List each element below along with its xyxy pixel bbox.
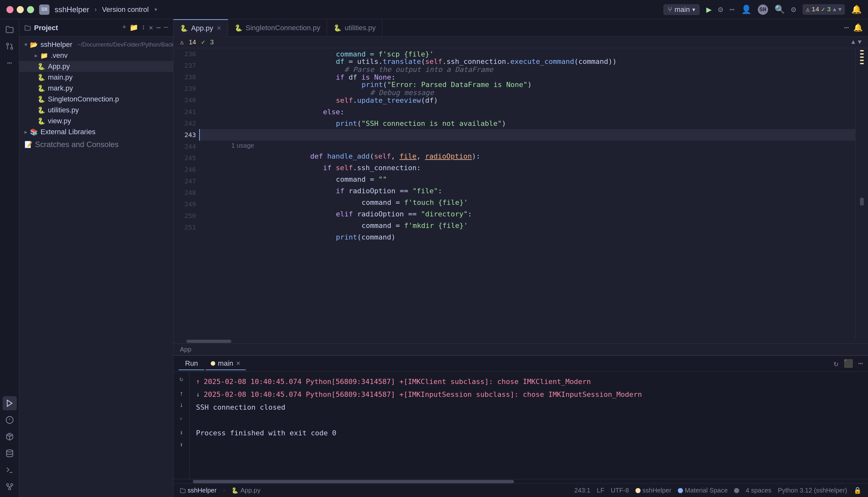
code-editor[interactable]: 236 237 238 239 240 241 242 243 244 245 … xyxy=(173,48,868,355)
activity-git2[interactable] xyxy=(3,480,17,494)
panel-main-label: main xyxy=(218,359,233,368)
console-up-arrow: ↑ xyxy=(179,390,183,397)
profile-icon xyxy=(635,488,641,493)
activity-more[interactable]: ⋯ xyxy=(3,56,17,70)
user-avatar[interactable]: SH xyxy=(758,4,768,15)
mark-py-label: mark.py xyxy=(48,84,73,93)
warning-count: 14 xyxy=(811,6,819,13)
hscroll-thumb[interactable] xyxy=(186,340,231,343)
status-spaces[interactable]: 4 spaces xyxy=(746,487,771,494)
sidebar-actions: + 📁 ↕ ✕ ⋯ — xyxy=(122,24,168,32)
status-profile[interactable]: sshHelper xyxy=(635,487,671,494)
branch-selector[interactable]: ⑂ main ▾ xyxy=(663,4,700,15)
activity-terminal[interactable] xyxy=(3,463,17,477)
activity-database[interactable] xyxy=(3,446,17,460)
tab-utilities-py[interactable]: 🐍 utilities.py xyxy=(327,19,382,37)
status-theme[interactable]: Material Space xyxy=(678,487,728,494)
tree-item-utilities-py[interactable]: 🐍 utilities.py xyxy=(19,105,173,116)
preferences-icon[interactable]: ⚙ xyxy=(791,4,796,15)
activity-bar: ⋯ xyxy=(0,19,19,497)
more-options-icon[interactable]: ⋯ xyxy=(730,4,735,15)
nav-down-icon[interactable]: ▼ xyxy=(858,39,862,46)
tab-close-app-py[interactable]: ✕ xyxy=(216,25,221,32)
panel-stop-icon[interactable]: ⬛ xyxy=(844,359,853,368)
notifications-icon[interactable]: 🔔 xyxy=(853,23,863,32)
version-control[interactable]: Version control xyxy=(102,5,149,14)
branch-icon: ⑂ xyxy=(668,5,672,14)
venv-folder-icon: 📁 xyxy=(40,52,48,59)
console-line-2: ↓ 2025-02-08 10:40:45.074 Python[56809:3… xyxy=(196,388,854,401)
collapse-icon[interactable]: ↕ xyxy=(141,24,145,32)
status-encoding[interactable]: UTF-8 xyxy=(611,487,629,494)
svg-line-7 xyxy=(8,434,11,436)
activity-run[interactable] xyxy=(3,396,17,410)
tree-item-app-py[interactable]: 🐍 App.py xyxy=(19,61,173,72)
nav-up-icon[interactable]: ▲ xyxy=(851,39,855,46)
status-file[interactable]: 🐍 App.py xyxy=(231,487,260,494)
arrow-down-icon: ▼ xyxy=(838,6,842,13)
line-num-243: 243 xyxy=(177,129,196,141)
tree-item-view-py[interactable]: 🐍 view.py xyxy=(19,116,173,127)
status-line-ending[interactable]: LF xyxy=(597,487,604,494)
code-line-242: print("SSH connection is not available") xyxy=(199,117,855,129)
console-hscroll[interactable] xyxy=(173,479,868,483)
status-project[interactable]: sshHelper xyxy=(180,487,216,494)
tree-item-main-py[interactable]: 🐍 main.py xyxy=(19,72,173,83)
activity-debug[interactable] xyxy=(3,413,17,427)
build-settings-icon[interactable]: ⚙ xyxy=(718,4,723,15)
tab-utilities-py-label: utilities.py xyxy=(345,24,376,32)
activity-git[interactable] xyxy=(3,39,17,53)
tab-app-py[interactable]: 🐍 App.py ✕ xyxy=(173,19,228,37)
py-icon-singleton: 🐍 xyxy=(37,95,45,103)
console-text-3: SSH connection closed xyxy=(196,403,285,411)
sidebar-minimize-icon[interactable]: — xyxy=(164,24,168,32)
panel-tab-main[interactable]: main ✕ xyxy=(206,357,246,370)
line-num-242: 242 xyxy=(177,117,196,129)
panel-refresh-icon[interactable]: ↻ xyxy=(834,359,838,368)
search-icon[interactable]: 🔍 xyxy=(774,4,785,15)
tree-item-mark-py[interactable]: 🐍 mark.py xyxy=(19,83,173,94)
tab-actions: ⋯ 🔔 xyxy=(839,23,868,32)
console-hscroll-thumb[interactable] xyxy=(193,480,514,483)
gutter-scroll-pos[interactable] xyxy=(860,198,864,205)
status-theme-name: Material Space xyxy=(685,487,728,494)
main-layout: ⋯ xyxy=(0,19,868,497)
sidebar-more-icon[interactable]: ⋯ xyxy=(156,24,160,32)
console-side-refresh[interactable]: ↻ xyxy=(179,375,183,383)
status-position[interactable]: 243:1 xyxy=(574,487,590,494)
panel-main-close[interactable]: ✕ xyxy=(236,360,241,367)
minimize-button[interactable] xyxy=(17,6,24,13)
gutter-warning-1 xyxy=(860,50,864,51)
status-interpreter[interactable]: Python 3.12 (sshHelper) xyxy=(778,487,847,494)
tab-more-icon[interactable]: ⋯ xyxy=(844,23,849,32)
tab-singleton-py[interactable]: 🐍 SingletonConnection.py xyxy=(228,19,327,37)
console-scrollbar[interactable] xyxy=(860,372,868,479)
tree-root-folder[interactable]: ▾ 📂 sshHelper ~/Documents/DevFolder/Pyth… xyxy=(19,39,173,50)
tree-item-venv[interactable]: ▸ 📁 .venv xyxy=(19,50,173,61)
code-content[interactable]: command = f'scp {file}' df = utils.trans… xyxy=(199,48,855,339)
run-button[interactable]: ▶ xyxy=(706,4,712,15)
notification-bell-icon[interactable]: 🔔 xyxy=(851,4,862,15)
traffic-lights xyxy=(6,6,34,13)
horizontal-scrollbar[interactable] xyxy=(173,339,868,343)
panel-more-icon[interactable]: ⋯ xyxy=(858,359,863,368)
tree-item-singleton-py[interactable]: 🐍 SingletonConnection.p xyxy=(19,94,173,105)
tree-item-scratches[interactable]: 📝 Scratches and Consoles xyxy=(19,138,173,152)
new-folder-icon[interactable]: 📁 xyxy=(129,24,138,32)
activity-packages[interactable] xyxy=(3,429,17,444)
activity-folder[interactable] xyxy=(3,23,17,37)
status-lock-icon[interactable]: 🔒 xyxy=(854,486,862,494)
line-num-249: 249 xyxy=(177,198,196,210)
title-sep: › xyxy=(95,5,97,14)
console-side-upload[interactable]: ⬆ xyxy=(179,441,183,449)
close-button[interactable] xyxy=(6,6,14,13)
app-bottom-label: App xyxy=(180,346,192,353)
code-line-251: print(command) xyxy=(199,231,855,243)
console-side-download[interactable]: ⬇ xyxy=(179,429,183,437)
maximize-button[interactable] xyxy=(27,6,34,13)
close-sidebar-icon[interactable]: ✕ xyxy=(149,24,153,32)
panel-tab-run[interactable]: Run xyxy=(179,357,204,370)
new-file-icon[interactable]: + xyxy=(122,24,126,32)
account-icon[interactable]: 👤 xyxy=(741,4,751,15)
tree-item-external-libs[interactable]: ▸ 📚 External Libraries xyxy=(19,127,173,138)
